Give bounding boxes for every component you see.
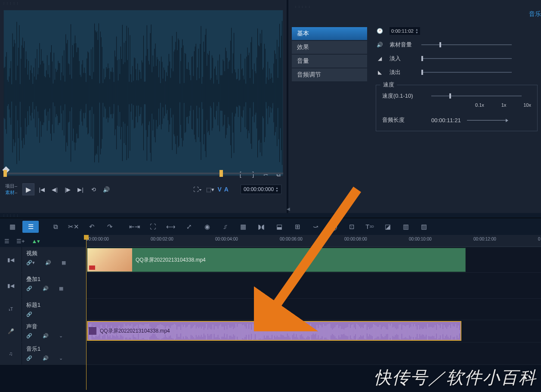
trim-in-handle[interactable] xyxy=(3,170,7,177)
mask-button[interactable]: ◯ xyxy=(325,221,342,233)
tab-volume[interactable]: 音量 xyxy=(292,55,367,68)
motion-button[interactable]: ⤻ xyxy=(307,221,324,233)
panel-grip[interactable]: : : : : : xyxy=(0,0,287,6)
go-start-button[interactable]: |◀ xyxy=(36,184,47,195)
music-top-link[interactable]: 音乐 xyxy=(529,10,541,18)
track-motion-button[interactable]: ⊡ xyxy=(343,221,360,233)
svg-rect-285 xyxy=(244,79,244,106)
ripple-button[interactable]: ⤢ xyxy=(181,221,197,233)
link-icon[interactable]: 🔗 xyxy=(26,333,32,339)
link-icon[interactable]: 🔗 xyxy=(26,312,32,317)
add-track-button[interactable]: ☰+ xyxy=(16,238,25,244)
chroma-button[interactable]: ◪ xyxy=(380,221,396,233)
scrub-bar[interactable]: [ ] ✂ ⧉ xyxy=(3,169,283,178)
fit-button[interactable]: ⛶ xyxy=(145,221,161,233)
mute-icon[interactable]: 🔊 xyxy=(43,333,49,339)
loop-button[interactable]: ⟲ xyxy=(88,184,99,195)
audio-mix-button[interactable]: ⎎ xyxy=(217,221,233,233)
tab-audio-adjust[interactable]: 音频调节 xyxy=(292,68,367,81)
speed-slider[interactable] xyxy=(431,96,522,96)
undo-button[interactable]: ↶ xyxy=(83,221,100,233)
v-toggle[interactable]: V xyxy=(218,186,222,193)
expand-icon[interactable]: ⌄ xyxy=(59,355,63,361)
color-button[interactable]: ◉ xyxy=(199,221,215,233)
clip-duration-field[interactable]: 0:00:11:02 ▲▼ xyxy=(390,27,420,35)
svg-rect-597 xyxy=(430,327,430,336)
trim-button[interactable]: ⇤⇥ xyxy=(127,221,143,233)
record-button[interactable]: ▦ xyxy=(235,221,251,233)
play-button[interactable]: ▶ xyxy=(22,183,34,195)
grid-button[interactable]: ⊞ xyxy=(289,221,306,233)
svg-rect-544 xyxy=(362,327,362,336)
timeline-view-button[interactable]: ☰ xyxy=(22,221,39,233)
fadeout-slider[interactable] xyxy=(421,72,512,73)
svg-rect-537 xyxy=(352,324,353,339)
audio-clip[interactable]: QQ录屏20220213104338.mp4 xyxy=(87,321,461,341)
svg-rect-54 xyxy=(49,65,49,121)
waveform-display[interactable] xyxy=(3,10,283,176)
tab-effect[interactable]: 效果 xyxy=(292,41,367,54)
storyboard-view-button[interactable]: ▦ xyxy=(4,221,21,233)
mute-icon[interactable]: 🔊 xyxy=(45,260,51,265)
playhead[interactable] xyxy=(86,235,87,390)
volume-icon[interactable]: 🔊 xyxy=(101,184,112,195)
timeline-grip[interactable]: : : : : : xyxy=(0,213,541,218)
tab-basic[interactable]: 基本 xyxy=(292,27,367,40)
fx-icon[interactable]: ▦ xyxy=(59,286,63,291)
svg-rect-105 xyxy=(92,79,92,107)
aspect-button[interactable]: ⛶▾ xyxy=(192,184,203,195)
svg-rect-522 xyxy=(333,328,334,335)
voice-track-icon[interactable]: 🎤 xyxy=(0,320,22,342)
effects-button[interactable]: ▥ xyxy=(398,221,414,233)
mark-in-button[interactable]: [ xyxy=(236,169,245,179)
panel-grip[interactable]: : : : : : xyxy=(292,3,538,10)
expand-icon[interactable]: ⌄ xyxy=(59,333,63,339)
fadein-slider[interactable] xyxy=(421,58,512,59)
crop-button[interactable]: ⬚▾ xyxy=(205,184,216,195)
copy-button[interactable]: ⧉ xyxy=(47,221,64,233)
marker-button[interactable]: ⬓ xyxy=(271,221,288,233)
tools-button[interactable]: ✂✕ xyxy=(65,221,82,233)
svg-rect-316 xyxy=(270,79,271,107)
step-fwd-button[interactable]: |▶ xyxy=(62,184,73,195)
track-options-button[interactable]: ☰ xyxy=(4,238,9,244)
track-video: ▮◀ 视频 🔗▾ 🔊 ▦ QQ录屏20220213104338.mp4 xyxy=(0,247,541,273)
trim-out-handle[interactable] xyxy=(219,170,223,177)
title-track-icon[interactable]: ₁T xyxy=(0,299,22,320)
video-track-icon[interactable]: ▮◀ xyxy=(0,247,22,272)
link-icon[interactable]: 🔗 xyxy=(26,286,32,291)
svg-rect-306 xyxy=(262,30,262,156)
transition-button[interactable]: ◗◖ xyxy=(253,221,269,233)
split-tool-button[interactable]: ⟷ xyxy=(163,221,179,233)
mute-icon[interactable]: 🔊 xyxy=(43,355,49,361)
timeline-ruler[interactable]: 00:00:00:00 00:00:02:00 00:00:04:00 00:0… xyxy=(86,235,541,247)
mode-material[interactable]: 素材 xyxy=(5,190,15,195)
step-back-button[interactable]: ◀| xyxy=(49,184,60,195)
svg-rect-584 xyxy=(413,326,414,337)
preview-timecode[interactable]: 00:00:00:000 ▲▼ xyxy=(241,185,281,194)
split-button[interactable]: ✂ xyxy=(261,169,271,179)
volume-slider[interactable] xyxy=(421,44,512,45)
panel-resize-handle[interactable]: ◀ xyxy=(287,207,290,211)
svg-rect-502 xyxy=(308,327,309,336)
3d-title-button[interactable]: T3D xyxy=(362,221,378,233)
go-end-button[interactable]: ▶| xyxy=(75,184,86,195)
overlay-track-icon[interactable]: ▮◀ xyxy=(0,273,22,298)
video-clip[interactable]: QQ录屏20220213104338.mp4 xyxy=(87,248,466,272)
music-track-icon[interactable]: ♫ xyxy=(0,343,22,364)
link-icon[interactable]: 🔗▾ xyxy=(26,260,35,265)
a-toggle[interactable]: A xyxy=(224,186,229,193)
mute-icon[interactable]: 🔊 xyxy=(43,286,49,291)
fx-icon[interactable]: ▦ xyxy=(62,260,66,265)
svg-rect-264 xyxy=(226,51,226,135)
svg-rect-425 xyxy=(209,327,210,336)
zoom-menu-button[interactable]: ▲▾ xyxy=(32,238,40,244)
snapshot-button[interactable]: ⧉ xyxy=(274,169,284,179)
svg-rect-540 xyxy=(356,324,357,340)
mode-project[interactable]: 项目 xyxy=(5,183,15,188)
redo-button[interactable]: ↷ xyxy=(102,221,118,233)
mark-out-button[interactable]: ] xyxy=(249,169,258,179)
export-button[interactable]: ▨ xyxy=(416,221,432,233)
link-icon[interactable]: 🔗 xyxy=(26,355,32,361)
preview-mode-labels[interactable]: 项目– 素材– xyxy=(5,183,17,196)
